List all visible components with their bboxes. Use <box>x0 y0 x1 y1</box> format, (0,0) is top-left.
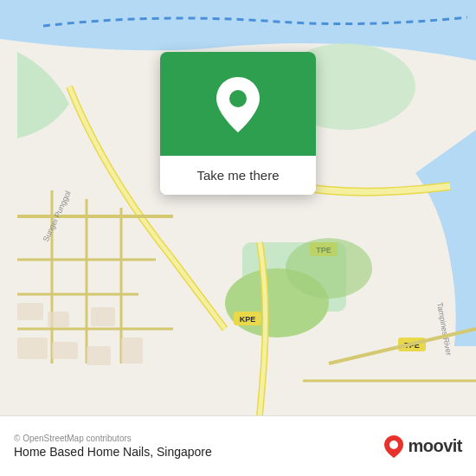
map-attribution: © OpenStreetMap contributors <box>14 434 212 443</box>
take-me-there-button[interactable]: Take me there <box>160 156 316 195</box>
svg-rect-23 <box>91 307 115 326</box>
svg-point-28 <box>286 238 372 299</box>
svg-text:KPE: KPE <box>240 315 256 324</box>
location-popup: Take me there <box>160 52 316 195</box>
moovit-logo: moovit <box>383 434 462 459</box>
svg-rect-24 <box>17 338 48 359</box>
popup-header <box>160 52 316 156</box>
location-info: © OpenStreetMap contributors Home Based … <box>14 434 212 459</box>
map-view: TPE TPE KPE TPE Sungei Punggol Tampines … <box>0 0 476 415</box>
svg-point-31 <box>229 90 247 107</box>
svg-point-32 <box>389 441 398 449</box>
svg-rect-21 <box>17 303 43 320</box>
moovit-brand-text: moovit <box>408 436 462 456</box>
svg-rect-27 <box>121 338 143 363</box>
location-pin-icon <box>212 74 264 134</box>
location-name: Home Based Home Nails, Singapore <box>14 445 212 459</box>
svg-rect-26 <box>87 346 111 365</box>
svg-rect-22 <box>48 312 69 327</box>
bottom-bar: © OpenStreetMap contributors Home Based … <box>0 415 476 476</box>
svg-rect-25 <box>52 342 78 359</box>
moovit-pin-icon <box>383 434 404 459</box>
